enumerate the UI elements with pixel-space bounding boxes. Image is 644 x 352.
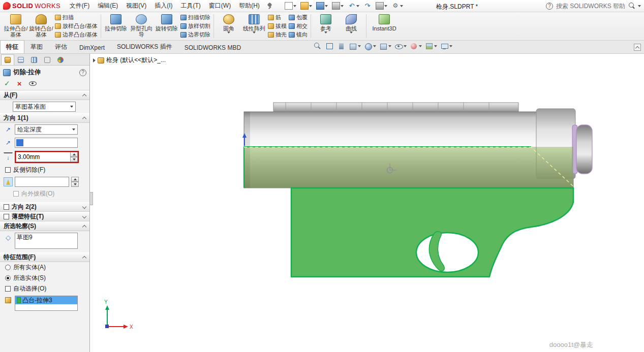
shell-button[interactable]: 抽壳 [268,31,287,39]
menu-help[interactable]: 帮助(H) [235,0,264,12]
help-circle-icon[interactable]: ? [546,3,553,10]
all-bodies-radio[interactable] [5,265,11,270]
cancel-button[interactable]: × [17,80,22,87]
wrap-button[interactable]: 包覆 [289,14,308,22]
swept-boss-button[interactable]: 扫描 [55,14,98,22]
zoom-fit-button[interactable] [314,42,322,50]
curves-button[interactable]: 曲线 [339,13,364,39]
draft-spinner[interactable] [71,177,79,187]
undo-caret-icon[interactable] [356,5,359,7]
top-rail[interactable] [273,103,518,112]
hide-show-caret-icon[interactable] [404,45,407,47]
selected-bodies-radio[interactable] [5,275,11,281]
redo-button[interactable]: ↷ [362,2,373,10]
orientation-caret-icon[interactable] [373,45,376,47]
section-view-button[interactable] [349,42,361,50]
breadcrumb-text[interactable]: 枪身 (默认<<默认>_... [106,56,166,65]
contours-listbox[interactable]: 草图9 [15,233,78,249]
rib-button[interactable]: 筋 [268,14,287,22]
collapse-ribbon-button[interactable] [634,44,641,51]
depth-spin-down-icon[interactable] [70,157,78,162]
tab-solidworks-mbd[interactable]: SOLIDWORKS MBD [178,42,247,53]
end-condition-select[interactable]: 给定深度 [15,124,78,135]
rebuild-caret-icon[interactable] [384,5,387,7]
draft-angle-input[interactable] [15,177,69,187]
panel-splitter-handle[interactable] [90,192,93,205]
all-bodies-row[interactable]: 所有实体(A) [0,262,89,273]
tab-sketch[interactable]: 草图 [24,40,49,53]
thin-feature-section-header[interactable]: 薄壁特征(T) [0,212,89,221]
direction1-section-header[interactable]: 方向 1(1) [0,113,89,123]
lofted-boss-button[interactable]: 放样凸台/基体 [55,22,98,30]
new-document-button[interactable] [283,2,298,10]
print-button[interactable] [330,2,345,10]
hide-show-items-button[interactable] [394,42,407,50]
reference-caret-icon[interactable] [324,31,327,34]
feature-scope-section-header[interactable]: 特征范围(F) [0,252,89,262]
scope-collapse-chevron-icon[interactable] [82,256,86,260]
direction2-checkbox[interactable] [4,204,9,210]
gun-body-model[interactable]: Y X [90,54,644,352]
from-section-header[interactable]: 从(F) [0,90,89,100]
display-style-caret-icon[interactable] [388,45,391,47]
breadcrumb-arrow-icon[interactable] [93,58,96,62]
apply-scene-button[interactable] [425,42,437,50]
menu-window[interactable]: 窗口(W) [205,0,235,12]
auto-select-row[interactable]: 自动选择(O) [0,283,89,294]
linear-pattern-button[interactable]: 线性阵列 [241,13,267,39]
zoom-area-button[interactable] [325,42,334,50]
direction-reference-input[interactable] [15,138,78,148]
selected-bodies-row[interactable]: 所选实体(S) [0,273,89,283]
search-caret-icon[interactable] [638,5,641,7]
new-caret-icon[interactable] [293,5,296,7]
options-button[interactable]: ⚙ [390,2,405,10]
open-caret-icon[interactable] [309,5,312,7]
rebuild-button[interactable] [374,2,389,10]
instant3d-button[interactable]: Instant3D [369,13,400,39]
depth-spinner[interactable] [70,152,78,162]
pm-help-icon[interactable]: ? [79,69,86,76]
intersect-button[interactable]: 相交 [289,22,308,30]
tab-features[interactable]: 特征 [0,40,24,53]
feature-breadcrumb[interactable]: 枪身 (默认<<默认>_... [93,56,166,65]
from-collapse-chevron-icon[interactable] [82,94,86,98]
draft-angle-icon[interactable] [4,177,13,186]
thin-feature-checkbox[interactable] [4,214,9,219]
from-plane-select[interactable]: 草图基准面 [13,102,76,112]
previous-view-button[interactable] [337,42,346,50]
direction2-section-header[interactable]: 方向 2(2) [0,202,89,212]
edit-appearance-button[interactable] [410,42,422,50]
flip-side-row[interactable]: 反侧切除(F) [0,165,89,175]
view-settings-caret-icon[interactable] [449,45,452,47]
scene-caret-icon[interactable] [434,45,437,47]
tab-evaluate[interactable]: 评估 [49,40,73,53]
depth-input[interactable] [16,152,70,162]
revolved-cut-button[interactable]: 旋转切除 [154,13,179,39]
propertymanager-tab[interactable] [1,54,14,65]
display-style-button[interactable] [379,42,391,50]
save-button[interactable] [315,2,329,10]
reverse-direction-icon[interactable]: ↗ [4,125,13,134]
boundary-cut-button[interactable]: 边界切除 [180,31,210,39]
reference-geometry-button[interactable]: 参考 [313,13,339,39]
direction1-collapse-chevron-icon[interactable] [82,117,86,121]
menu-edit[interactable]: 编辑(E) [94,0,122,12]
direction2-expand-chevron-icon[interactable] [82,204,86,208]
options-caret-icon[interactable] [400,5,403,7]
boundary-boss-button[interactable]: 边界凸台/基体 [55,31,98,39]
view-orientation-button[interactable] [364,42,376,50]
swept-cut-button[interactable]: 扫描切除 [180,14,210,22]
undo-button[interactable]: ↶ [346,2,361,10]
search-input[interactable] [555,2,626,10]
featuremanager-tab[interactable] [14,54,27,65]
graphics-viewport[interactable]: 枪身 (默认<<默认>_... [90,54,644,352]
menu-insert[interactable]: 插入(I) [150,0,176,12]
search-icon[interactable] [628,2,636,10]
menu-view[interactable]: 视图(V) [122,0,150,12]
flip-side-checkbox[interactable] [5,167,11,173]
revolve-boss-button[interactable]: 旋转凸台/基体 [28,13,54,39]
print-caret-icon[interactable] [341,5,344,7]
curves-caret-icon[interactable] [350,31,353,34]
thin-feature-expand-chevron-icon[interactable] [82,214,86,218]
tab-solidworks-addins[interactable]: SOLIDWORKS 插件 [111,40,178,53]
